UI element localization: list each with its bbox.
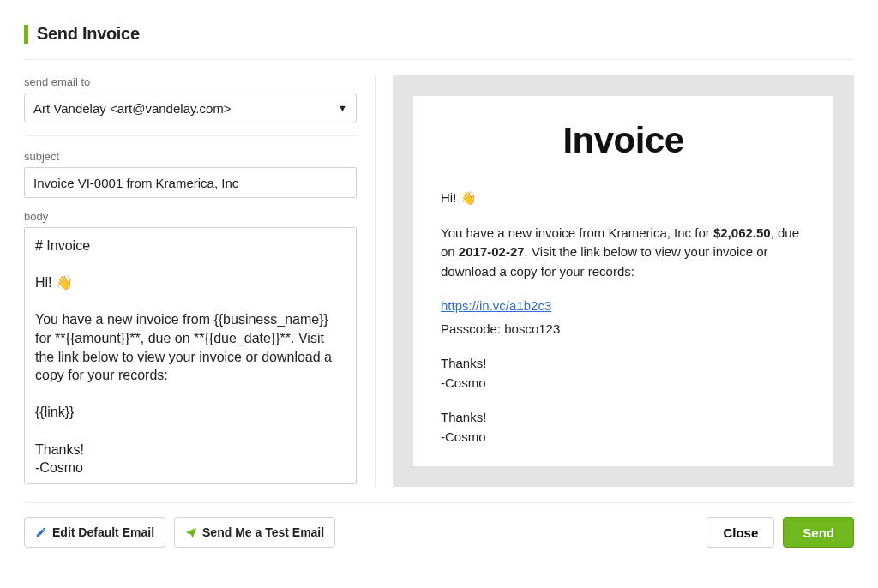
close-button[interactable]: Close [707, 517, 774, 548]
email-to-select-wrap: Art Vandelay <art@vandelay.com> ▼ [24, 93, 357, 123]
preview-sign-2: -Cosmo [441, 374, 806, 393]
email-to-block: send email to Art Vandelay <art@vandelay… [24, 75, 357, 123]
preview-heading: Invoice [441, 120, 806, 161]
edit-default-email-button[interactable]: Edit Default Email [24, 517, 165, 548]
paper-plane-icon [185, 526, 197, 538]
page-title: Send Invoice [37, 24, 140, 44]
preview-passcode-line: Passcode: bosco123 [441, 320, 806, 339]
preview-amount: $2,062.50 [713, 225, 771, 240]
content-row: send email to Art Vandelay <art@vandelay… [24, 75, 854, 487]
preview-column: Invoice Hi! 👋 You have a new invoice fro… [393, 75, 854, 487]
preview-sign-1: Thanks! [441, 354, 806, 374]
vertical-line [375, 75, 376, 487]
preview-greeting: Hi! 👋 [441, 189, 806, 208]
send-test-email-button[interactable]: Send Me a Test Email [174, 517, 335, 548]
preview-para-pre: You have a new invoice from Kramerica, I… [441, 225, 713, 240]
subject-input[interactable] [24, 167, 357, 198]
edit-default-email-label: Edit Default Email [52, 525, 154, 539]
body-label: body [24, 210, 357, 223]
send-test-email-label: Send Me a Test Email [202, 525, 324, 539]
preview-sign-4: -Cosmo [441, 428, 806, 447]
subject-block: subject [24, 150, 357, 198]
form-divider-1 [24, 135, 357, 136]
pencil-icon [35, 526, 47, 538]
body-block: body # Invoice Hi! 👋 You have a new invo… [24, 210, 357, 487]
preview-link-line: https://in.vc/a1b2c3 [441, 297, 806, 316]
footer-bar: Edit Default Email Send Me a Test Email … [24, 502, 854, 548]
preview-passcode-label: Passcode: [441, 321, 504, 336]
preview-sign-3: Thanks! [441, 408, 806, 428]
send-button[interactable]: Send [783, 517, 854, 548]
page-title-row: Send Invoice [24, 24, 854, 44]
column-divider [357, 75, 393, 487]
preview-due-date: 2017-02-27 [459, 244, 525, 259]
subject-label: subject [24, 150, 357, 163]
preview-body: Hi! 👋 You have a new invoice from Kramer… [441, 189, 806, 447]
preview-paragraph: You have a new invoice from Kramerica, I… [441, 224, 806, 282]
form-column: send email to Art Vandelay <art@vandelay… [24, 75, 357, 487]
email-to-label: send email to [24, 75, 357, 88]
divider-top [24, 59, 854, 60]
preview-card: Invoice Hi! 👋 You have a new invoice fro… [413, 96, 833, 466]
preview-passcode-value: bosco123 [504, 321, 560, 336]
title-accent [24, 25, 28, 44]
email-to-select[interactable]: Art Vandelay <art@vandelay.com> [24, 93, 357, 123]
preview-link[interactable]: https://in.vc/a1b2c3 [441, 298, 551, 313]
body-textarea[interactable]: # Invoice Hi! 👋 You have a new invoice f… [24, 227, 357, 484]
